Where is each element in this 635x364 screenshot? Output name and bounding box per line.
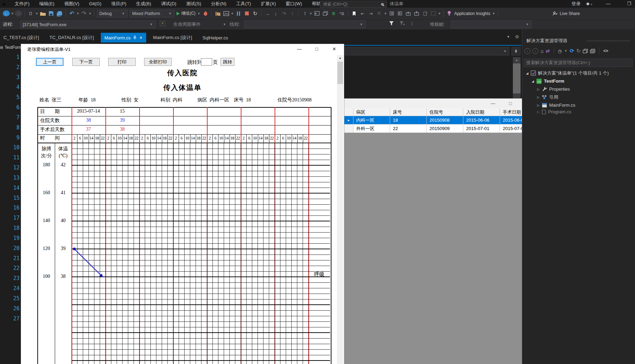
menu-item-11[interactable]: 扩展(X)	[256, 0, 281, 8]
tree-collapsed-icon[interactable]: ▷	[536, 88, 540, 91]
report-scrollbar[interactable]: ▲	[337, 55, 343, 364]
form-titlebar[interactable]: 老张爱编程体温单-V1 — □ ✕	[21, 44, 344, 54]
prev-page-button[interactable]: 上一页	[36, 58, 64, 66]
redo-icon[interactable]: ↷	[81, 9, 88, 18]
menu-item-3[interactable]: 视图(V)	[59, 0, 84, 8]
next-page-button[interactable]: 下一页	[72, 58, 100, 66]
datagrid-cell-r1c3[interactable]: 20150908	[427, 116, 463, 124]
step-back-icon[interactable]: ↑	[289, 9, 296, 18]
form-maximize-button[interactable]: □	[312, 45, 322, 53]
datagrid-row-2[interactable]: 外科一区22201509092015-07-012015-07-07	[344, 124, 537, 133]
data-window-minimize-button[interactable]: —	[488, 100, 498, 107]
tree-collapsed-icon[interactable]: ▷	[536, 96, 540, 99]
tab-options-gear-icon[interactable]: ⚙	[515, 34, 519, 39]
new-file-icon[interactable]: 🗋	[27, 9, 34, 18]
breakpoint-window-icon[interactable]	[313, 9, 320, 18]
menu-item-5[interactable]: 项目(P)	[106, 0, 131, 8]
se-back-icon[interactable]: ‹	[524, 48, 530, 54]
save-all-icon[interactable]	[56, 9, 63, 18]
save-icon[interactable]	[48, 9, 55, 18]
menu-item-10[interactable]: 工具(T)	[231, 0, 256, 8]
step-over-icon[interactable]: →	[264, 9, 271, 18]
editor-navigation-combo[interactable]: ▼	[345, 47, 509, 55]
editor-document-label[interactable]: ⊞ TestForm	[0, 44, 21, 51]
lightbulb-icon[interactable]	[446, 9, 453, 18]
publish-icon[interactable]	[413, 9, 420, 18]
task-list-icon[interactable]: ²≣	[338, 9, 345, 18]
intellitrace-icon[interactable]: ⁞⁞	[301, 9, 308, 18]
datagrid-row-1[interactable]: ▸内科一区18201509082015-06-062015-06-07	[344, 116, 537, 124]
undo-icon[interactable]: ↶	[68, 9, 75, 18]
datagrid-header-2[interactable]: 床号	[390, 108, 427, 116]
se-pending-changes-icon[interactable]: ◷	[558, 48, 562, 54]
tab-2[interactable]: TC_DATALR.cs [设计]	[46, 33, 97, 43]
indent-increase-icon[interactable]	[396, 9, 403, 18]
stack-frame-combo[interactable]: ▼	[451, 21, 532, 28]
se-pending-caret[interactable]: ▼	[564, 49, 567, 53]
menu-item-6[interactable]: 生成(B)	[131, 0, 156, 8]
tree-item-1[interactable]: ◢解决方案"体温单"(1 个项目/共 1 个)	[525, 69, 609, 77]
indent-decrease-icon[interactable]	[388, 9, 395, 18]
bookmark-caret[interactable]: ▼	[384, 12, 387, 15]
datagrid-rowheader-2[interactable]	[344, 124, 353, 133]
stop-icon[interactable]	[243, 9, 250, 18]
datagrid-rowheader-1[interactable]: ▸	[344, 116, 353, 124]
se-home-icon[interactable]: ⌂	[540, 48, 544, 54]
bookmark-icon[interactable]	[351, 9, 358, 18]
process-combo[interactable]: [37148] TestForm.exe▼	[20, 21, 156, 28]
hot-reload-icon[interactable]	[202, 9, 209, 18]
se-properties-window-icon[interactable]	[590, 49, 595, 53]
application-insights-button[interactable]: Application Insights▼	[454, 9, 495, 18]
output-list-icon[interactable]: ≣	[330, 9, 337, 18]
report-scroll-thumb[interactable]	[337, 62, 343, 84]
undo-caret[interactable]: ▼	[76, 12, 80, 15]
tab-1[interactable]: C_TEST.cs [设计]	[0, 33, 43, 43]
clear-bookmark-icon[interactable]: ⇱	[376, 9, 383, 18]
export-icon[interactable]	[421, 9, 428, 18]
filter-clear-icon[interactable]	[399, 21, 405, 27]
datagrid-cell-r2c3[interactable]: 20150909	[427, 124, 463, 133]
tab-5[interactable]: SqlHelper.cs	[199, 33, 232, 43]
screenshot-caret[interactable]: ▼	[231, 12, 234, 15]
datagrid-header-1[interactable]: 病区	[353, 108, 390, 116]
form-minimize-button[interactable]: —	[294, 45, 305, 53]
menu-item-7[interactable]: 调试(D)	[156, 0, 181, 8]
data-window-maximize-button[interactable]: □	[505, 100, 516, 107]
continue-button[interactable]: 继续(C) ▼	[176, 9, 201, 18]
restart-icon[interactable]: ↻	[252, 9, 259, 18]
menu-item-8[interactable]: 测试(S)	[181, 0, 206, 8]
grid-tool-icon[interactable]	[430, 9, 437, 18]
tree-item-5[interactable]: ▷MainForm.cs	[536, 101, 575, 109]
tree-collapsed-icon[interactable]: ▷	[536, 110, 540, 114]
editor-scroll-thumb[interactable]	[513, 63, 521, 93]
tree-item-4[interactable]: ▷引用	[536, 93, 558, 101]
tab-list-caret[interactable]: ▼	[507, 35, 510, 39]
live-share-button[interactable]: Live Share	[552, 9, 580, 18]
se-sync-icon[interactable]: ↻	[576, 48, 581, 54]
pause-icon[interactable]	[235, 9, 242, 18]
se-forward-icon[interactable]: ›	[532, 48, 538, 54]
next-bookmark-icon[interactable]: ⇥	[367, 9, 374, 18]
login-button[interactable]: 登录	[572, 0, 581, 8]
grid-tool-caret[interactable]: ▼	[438, 12, 441, 15]
archive-icon[interactable]	[405, 9, 412, 18]
menu-item-2[interactable]: 编辑(E)	[35, 0, 59, 8]
open-folder-icon[interactable]	[39, 9, 46, 18]
intellitrace-caret[interactable]: ▼	[309, 12, 312, 15]
menu-item-12[interactable]: 窗口(W)	[281, 0, 307, 8]
lifecycle-caret[interactable]: ▼	[223, 23, 226, 26]
tree-collapsed-icon[interactable]: ▷	[536, 104, 540, 107]
step-out-icon[interactable]: ↷	[281, 9, 287, 18]
step-into-icon[interactable]: ↓	[272, 9, 279, 18]
se-switch-views-icon[interactable]: ⇄	[546, 48, 550, 54]
form-close-button[interactable]: ✕	[329, 45, 339, 53]
navigate-back-caret[interactable]: ▼	[11, 12, 14, 15]
prev-bookmark-icon[interactable]: ⇤	[359, 9, 366, 18]
jump-button[interactable]: 跳转	[221, 58, 234, 66]
menu-item-4[interactable]: Git(G)	[84, 0, 106, 8]
thread-combo[interactable]: ▼	[244, 21, 366, 28]
pin-icon[interactable]	[133, 36, 136, 40]
tree-item-6[interactable]: ▷Program.cs	[536, 109, 571, 114]
editor-scrollbar[interactable]: ▲	[513, 57, 521, 99]
navigate-forward-icon[interactable]: →	[15, 10, 22, 16]
